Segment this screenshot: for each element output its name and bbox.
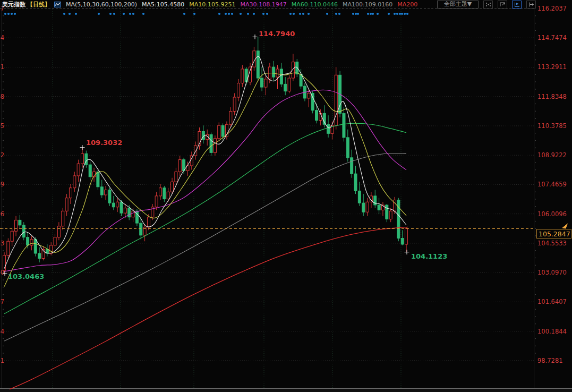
event-dot xyxy=(63,13,65,15)
candle-body xyxy=(354,174,357,191)
candle-body xyxy=(229,112,232,125)
theme-dropdown[interactable]: 全部主题▼ xyxy=(437,1,479,8)
event-dot xyxy=(394,13,396,15)
candle-body xyxy=(65,198,68,211)
axis-minor-tick xyxy=(3,287,4,288)
event-dot xyxy=(129,13,131,15)
axis-minor-tick xyxy=(535,250,536,251)
candle-body xyxy=(351,158,353,174)
axis-minor-tick xyxy=(535,104,536,105)
axis-minor-tick xyxy=(3,140,4,141)
candle-body xyxy=(194,146,197,156)
candle-body xyxy=(155,196,158,207)
price-annotation: 114.7940 xyxy=(259,30,295,38)
axis-minor-tick xyxy=(535,177,536,178)
ma10-value: MA10:105.9251 xyxy=(189,1,235,8)
axis-minor-tick xyxy=(3,279,4,280)
axis-minor-tick xyxy=(3,45,4,46)
candle-body xyxy=(296,62,298,74)
candle-body xyxy=(389,211,392,219)
event-dot xyxy=(253,13,255,15)
axis-minor-tick xyxy=(3,89,4,90)
axis-minor-tick xyxy=(3,316,4,317)
candle-body xyxy=(237,83,240,97)
event-dot xyxy=(132,13,134,15)
candle-body xyxy=(73,176,76,188)
candle-body xyxy=(140,223,142,235)
candle-body xyxy=(405,228,408,244)
axis-minor-tick xyxy=(535,89,536,90)
axis-minor-tick xyxy=(535,81,536,82)
y-axis-label: 110.3785 xyxy=(537,122,567,130)
axis-minor-tick xyxy=(535,118,536,119)
event-dot xyxy=(240,13,242,15)
axis-minor-tick xyxy=(3,353,4,354)
export-icon[interactable] xyxy=(526,1,536,8)
candle-body xyxy=(77,164,80,176)
event-dot xyxy=(193,13,195,15)
axis-minor-tick xyxy=(3,81,4,82)
candle-body xyxy=(15,220,18,231)
chart-flag-icon[interactable] xyxy=(512,1,522,8)
axis-minor-tick xyxy=(535,74,536,75)
candle-body xyxy=(30,239,33,245)
event-dot xyxy=(75,13,77,15)
chart-canvas[interactable]: 116.2037114.7474113.2911111.8348110.3785… xyxy=(0,0,572,392)
axis-minor-tick xyxy=(535,30,536,31)
candle-body xyxy=(163,188,166,199)
ma-params-label: MA(5,10,30,60,100,200) xyxy=(66,1,137,8)
y-axis-label: 113.2911 xyxy=(537,63,567,71)
y-axis-label: 114.7474 xyxy=(537,34,567,41)
candle-body xyxy=(120,202,123,213)
y-axis-label-left: 107.4659 xyxy=(0,181,4,188)
y-axis-label-left: 110.3785 xyxy=(0,122,4,130)
candle-body xyxy=(261,78,263,87)
y-axis-label: 106.0096 xyxy=(537,210,567,218)
axis-minor-tick xyxy=(535,221,536,222)
axis-minor-tick xyxy=(535,52,536,53)
candle-body xyxy=(276,69,279,77)
candle-body xyxy=(128,208,131,217)
axis-minor-tick xyxy=(535,338,536,339)
event-dot xyxy=(69,13,71,15)
axis-minor-tick xyxy=(3,15,4,16)
event-dot xyxy=(218,13,220,15)
axis-minor-tick xyxy=(3,206,4,207)
y-axis-label-left: 108.9222 xyxy=(0,151,4,159)
axis-minor-tick xyxy=(3,338,4,339)
event-dot xyxy=(401,13,403,15)
event-dot xyxy=(388,13,390,15)
axis-minor-tick xyxy=(3,148,4,149)
event-dot xyxy=(357,13,359,15)
candle-body xyxy=(374,196,377,205)
axis-minor-tick xyxy=(535,316,536,317)
event-dot xyxy=(406,13,408,15)
y-axis-label-left: 98.7281 xyxy=(0,357,4,364)
axis-minor-tick xyxy=(3,191,4,192)
candle-body xyxy=(62,211,64,226)
event-dot xyxy=(367,13,369,15)
event-dot xyxy=(183,13,185,15)
axis-minor-tick xyxy=(535,23,536,24)
event-dot xyxy=(338,13,340,15)
candle-body xyxy=(57,226,60,237)
chart-type-icon xyxy=(54,2,61,7)
axis-minor-tick xyxy=(3,111,4,112)
bottom-strip xyxy=(0,389,572,392)
candle-body xyxy=(171,182,174,192)
candle-body xyxy=(81,154,84,164)
event-dot xyxy=(396,13,398,15)
axis-minor-tick xyxy=(535,345,536,346)
axis-minor-tick xyxy=(3,309,4,310)
expand-icon[interactable] xyxy=(498,1,507,8)
event-dot xyxy=(302,13,304,15)
axis-minor-tick xyxy=(3,250,4,251)
current-price-label: 105.2847 xyxy=(539,230,570,238)
axis-minor-tick xyxy=(535,162,536,163)
event-dot xyxy=(404,13,406,15)
candle-body xyxy=(54,237,56,245)
pan-icon[interactable] xyxy=(483,1,493,8)
ma60-value: MA60:110.0446 xyxy=(292,1,338,8)
candle-body xyxy=(27,237,29,245)
event-dot xyxy=(266,13,268,15)
